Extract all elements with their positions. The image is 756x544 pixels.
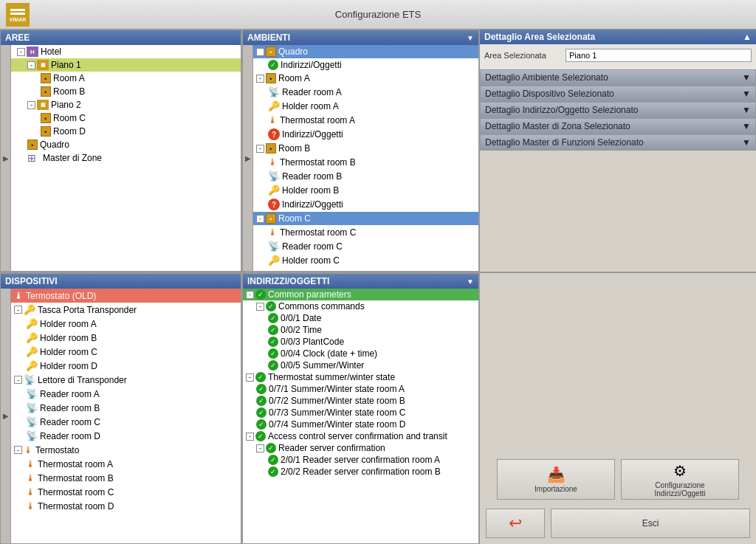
- indirizzi-commons-cmds[interactable]: - ✓ Commons commands: [243, 300, 478, 312]
- indirizzi-time[interactable]: ✓ 0/0/2 Time: [243, 324, 478, 336]
- indirizzi-common-params[interactable]: - ✓ Common parameters: [243, 289, 478, 300]
- indirizzi-summer[interactable]: ✓ 0/0/5 Summer/Winter: [243, 359, 478, 371]
- ambienti-item-quadro[interactable]: - ▪ Quadro: [253, 45, 478, 58]
- disp-readerA[interactable]: 📡 Reader room A: [11, 387, 241, 401]
- disp-holderA[interactable]: 🔑 Holder room A: [11, 317, 241, 331]
- disp-holderC[interactable]: 🔑 Holder room C: [11, 345, 241, 359]
- area-selezionata-label: Area Selezionata: [484, 51, 566, 60]
- ambienti-readerC[interactable]: 📡 Reader room C: [253, 239, 478, 253]
- ambienti-readerB[interactable]: 📡 Reader room B: [253, 169, 478, 183]
- ambienti-holderB[interactable]: 🔑 Holder room B: [253, 183, 478, 197]
- tree-item-roomB[interactable]: ▪ Room B: [11, 85, 241, 98]
- hotel-expand[interactable]: -: [17, 48, 25, 56]
- indirizzi-plantcode[interactable]: ✓ 0/0/3 PlantCode: [243, 336, 478, 348]
- vimar-logo: VIMAR: [6, 3, 30, 27]
- indirizzi-confirm-roomA[interactable]: ✓ 2/0/1 Reader server confirmation room …: [243, 454, 478, 466]
- dispositivi-panel: DISPOSITIVI ▶ 🌡 Termostato (OLD) - 🔑 Tas…: [0, 273, 242, 544]
- ambienti-scroll-btn[interactable]: ▼: [467, 34, 474, 42]
- aree-title: AREE: [5, 32, 30, 43]
- aree-tree: - H Hotel - ▦ Piano 1: [11, 45, 241, 271]
- indirizzi-thermo-state[interactable]: - ✓ Thermostat summer/winter state: [243, 371, 478, 383]
- disp-tasca[interactable]: - 🔑 Tasca Porta Transponder: [11, 303, 241, 317]
- ambienti-indirizzi1[interactable]: ✓ Indirizzi/Oggetti: [253, 58, 478, 72]
- tree-item-roomD[interactable]: ▪ Room D: [11, 125, 241, 138]
- esci-button[interactable]: Esci: [551, 509, 750, 538]
- tree-item-hotel[interactable]: - H Hotel: [11, 45, 241, 58]
- piano2-expand[interactable]: -: [27, 101, 35, 109]
- indirizzi-clock[interactable]: ✓ 0/0/4 Clock (date + time): [243, 348, 478, 359]
- disp-holderD[interactable]: 🔑 Holder room D: [11, 359, 241, 373]
- roomB-icon: ▪: [41, 86, 51, 97]
- indirizzi-state-roomD[interactable]: ✓ 0/7/4 Summer/Winter state room D: [243, 419, 478, 430]
- indirizzi-access-ctrl[interactable]: - ✓ Access control server confirmation a…: [243, 430, 478, 442]
- ambienti-holderC[interactable]: 🔑 Holder room C: [253, 253, 478, 267]
- disp-readerB[interactable]: 📡 Reader room B: [11, 401, 241, 415]
- tree-item-roomA[interactable]: ▪ Room A: [11, 72, 241, 85]
- undo-button[interactable]: ↩: [486, 509, 545, 538]
- disp-thermoA[interactable]: 🌡 Thermostat room A: [11, 457, 241, 471]
- tree-item-piano2[interactable]: - ▦ Piano 2: [11, 98, 241, 111]
- ambienti-readerA[interactable]: 📡 Reader room A: [253, 85, 478, 99]
- disp-thermoB[interactable]: 🌡 Thermostat room B: [11, 471, 241, 485]
- ambienti-thermoB[interactable]: 🌡 Thermostat room B: [253, 155, 478, 169]
- disp-readerC[interactable]: 📡 Reader room C: [11, 415, 241, 429]
- configurazione-button[interactable]: ⚙ ConfigurazioneIndirizzi/Oggetti: [621, 459, 739, 500]
- configurazione-label: ConfigurazioneIndirizzi/Oggetti: [655, 481, 706, 497]
- quadro-icon: ▪: [27, 140, 38, 150]
- esci-label: Esci: [642, 518, 659, 528]
- ambienti-thermoC[interactable]: 🌡 Thermostat room C: [253, 225, 478, 239]
- disp-thermoD[interactable]: 🌡 Thermostat room D: [11, 499, 241, 513]
- indirizzi-reader-confirm[interactable]: - ✓ Reader server confirmation: [243, 442, 478, 454]
- dettaglio-section-master-zona: Dettaglio Master di Zona Selezionato ▼: [480, 118, 756, 134]
- right-bottom-panel: 📥 Importazione ⚙ ConfigurazioneIndirizzi…: [480, 273, 756, 544]
- ambienti-panel: AMBIENTI ▼ ▶ - ▪ Quadro ✓ Indir: [242, 30, 480, 272]
- tree-item-piano1[interactable]: - ▦ Piano 1: [11, 58, 241, 72]
- indirizzi-confirm-roomB[interactable]: ✓ 2/0/2 Reader server confirmation room …: [243, 466, 478, 478]
- aree-header: AREE: [1, 30, 241, 45]
- area-selezionata-input[interactable]: [566, 49, 752, 62]
- indirizzi-state-roomC[interactable]: ✓ 0/7/3 Summer/Winter state room C: [243, 407, 478, 419]
- ambienti-indirizziB[interactable]: ? Indirizzi/Oggetti: [253, 197, 478, 212]
- right-empty-area: [480, 273, 756, 453]
- indirizzi-state-roomB[interactable]: ✓ 0/7/2 Summer/Winter state room B: [243, 395, 478, 407]
- importazione-icon: 📥: [547, 466, 566, 483]
- ambienti-thermoA[interactable]: 🌡 Thermostat room A: [253, 113, 478, 127]
- bottom-buttons-row1: 📥 Importazione ⚙ ConfigurazioneIndirizzi…: [480, 453, 756, 506]
- ambienti-indirizziA[interactable]: ? Indirizzi/Oggetti: [253, 127, 478, 142]
- piano1-expand[interactable]: -: [27, 61, 35, 69]
- dettaglio-title: Dettaglio Area Selezionata: [484, 32, 595, 42]
- ambienti-roomC[interactable]: - ▪ Room C: [253, 212, 478, 225]
- app-title: Configurazione ETS: [335, 9, 421, 20]
- ambienti-roomA[interactable]: - ▪ Room A: [253, 72, 478, 85]
- aree-left-arrow[interactable]: ▶: [1, 45, 11, 271]
- dettaglio-master-funzioni-header[interactable]: Dettaglio Master di Funzioni Selezionato…: [481, 135, 755, 150]
- undo-icon: ↩: [509, 514, 522, 533]
- disp-thermoC[interactable]: 🌡 Thermostat room C: [11, 485, 241, 499]
- area-selezionata-field: Area Selezionata: [484, 49, 752, 62]
- importazione-button[interactable]: 📥 Importazione: [497, 459, 615, 500]
- ambienti-roomB[interactable]: - ▪ Room B: [253, 142, 478, 155]
- indirizzi-state-roomA[interactable]: ✓ 0/7/1 Summer/Winter state room A: [243, 383, 478, 395]
- indirizzi-tree: - ✓ Common parameters - ✓ Commons comman…: [243, 289, 478, 543]
- dettaglio-master-zona-header[interactable]: Dettaglio Master di Zona Selezionato ▼: [481, 119, 755, 134]
- disp-lettore[interactable]: - 📡 Lettore di Transponder: [11, 373, 241, 387]
- dettaglio-section-indirizzo: Dettaglio Indirizzo/Oggetto Selezionato …: [480, 102, 756, 118]
- dettaglio-ambiente-header[interactable]: Dettaglio Ambiente Selezionato ▼: [481, 70, 755, 85]
- ambienti-left-arrow[interactable]: ▶: [243, 45, 253, 271]
- dettaglio-indirizzo-header[interactable]: Dettaglio Indirizzo/Oggetto Selezionato …: [481, 103, 755, 117]
- ambienti-holderA[interactable]: 🔑 Holder room A: [253, 99, 478, 113]
- bottom-buttons-row2: ↩ Esci: [480, 506, 756, 544]
- dispositivi-left-arrow[interactable]: ▶: [1, 289, 11, 543]
- piano2-icon: ▦: [37, 100, 49, 110]
- disp-termostato-old[interactable]: 🌡 Termostato (OLD): [11, 289, 241, 303]
- indirizzi-date[interactable]: ✓ 0/0/1 Date: [243, 312, 478, 324]
- disp-termostato-grp[interactable]: - 🌡 Termostato: [11, 443, 241, 457]
- tree-item-master[interactable]: ⊞ Master di Zone: [11, 151, 241, 165]
- dettaglio-dispositivo-header[interactable]: Dettaglio Dispositivo Selezionato ▼: [481, 86, 755, 101]
- disp-readerD[interactable]: 📡 Reader room D: [11, 429, 241, 443]
- dettaglio-section-master-funzioni: Dettaglio Master di Funzioni Selezionato…: [480, 134, 756, 151]
- disp-holderB[interactable]: 🔑 Holder room B: [11, 331, 241, 345]
- tree-item-quadro[interactable]: ▪ Quadro: [11, 138, 241, 151]
- dettaglio-section-ambiente: Dettaglio Ambiente Selezionato ▼: [480, 69, 756, 86]
- tree-item-roomC[interactable]: ▪ Room C: [11, 111, 241, 125]
